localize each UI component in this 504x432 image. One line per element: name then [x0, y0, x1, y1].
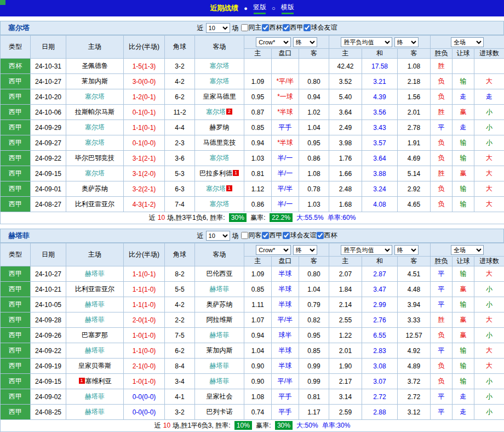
- team-link[interactable]: 巴伦西亚: [207, 270, 233, 277]
- scope-select[interactable]: 全场: [451, 37, 484, 47]
- radio-horizontal[interactable]: 横版: [281, 3, 294, 14]
- team-link[interactable]: 阿拉维斯: [207, 316, 233, 323]
- goals-result-cell: [474, 59, 504, 74]
- home-team-cell: 莱加内斯: [66, 74, 124, 89]
- team-link[interactable]: 赫塔菲: [85, 300, 105, 308]
- avg-final-select[interactable]: 终: [394, 245, 419, 255]
- team-link[interactable]: 塞尔塔: [210, 62, 230, 70]
- team-link[interactable]: 皇家马德里: [203, 93, 236, 100]
- team-link[interactable]: 塞尔塔: [85, 123, 105, 131]
- avg-away-cell: 3.72: [398, 374, 431, 389]
- team-title[interactable]: 赫塔菲: [8, 231, 30, 241]
- goals-result-cell: 小: [474, 297, 504, 312]
- radio-unselected-icon[interactable]: ○: [272, 5, 276, 12]
- date-cell: 24-10-21: [31, 282, 66, 297]
- near-count-select[interactable]: 10: [206, 23, 230, 33]
- matches-table: 类型 日期 主场 比分(半场) 角球 客场 Crow* 终 胜平负均值 终 全场: [0, 243, 504, 432]
- team-link[interactable]: 塞维利亚: [85, 377, 112, 385]
- filter-checkbox[interactable]: 西杯: [317, 231, 337, 240]
- home-odds-cell: 1.03: [244, 151, 272, 166]
- team-link[interactable]: 皇家社会: [207, 393, 233, 400]
- team-link[interactable]: 赫塔菲: [85, 270, 105, 277]
- away-team-cell: 塞尔塔: [195, 151, 244, 166]
- team-link[interactable]: 塞尔塔: [85, 139, 105, 146]
- avg-select[interactable]: 胜平负均值: [341, 245, 392, 255]
- team-link[interactable]: 巴列卡诺: [207, 408, 233, 416]
- col-avg-draw: 和: [362, 49, 398, 59]
- match-row: 西甲24-09-19皇家贝蒂斯2-1(0-0)8-4赫塔菲0.90半球0.991…: [1, 359, 504, 374]
- team-link[interactable]: 塞尔塔: [210, 154, 230, 162]
- date-cell: 24-09-28: [31, 312, 66, 328]
- avg-final-select[interactable]: 终: [394, 37, 419, 47]
- col-home: 主场: [66, 243, 124, 266]
- team-link[interactable]: 圣佩德鲁: [82, 62, 108, 70]
- odds-final-select[interactable]: 终: [293, 245, 317, 255]
- checkbox-input[interactable]: [317, 232, 324, 239]
- col-corner: 角球: [165, 36, 195, 59]
- team-link[interactable]: 拉斯帕尔马斯: [75, 108, 114, 116]
- team-link[interactable]: 奥萨苏纳: [82, 185, 108, 192]
- checkbox-input[interactable]: [241, 24, 248, 31]
- filter-checkbox[interactable]: 西杯: [262, 23, 283, 32]
- avg-away-cell: 3.12: [398, 405, 431, 420]
- team-link[interactable]: 赫塔菲: [85, 346, 105, 354]
- team-link[interactable]: 比利亚雷亚尔: [75, 200, 114, 208]
- col-away: 客场: [195, 243, 244, 266]
- away-odds-cell: 0.79: [299, 297, 329, 312]
- section-header: 塞尔塔 近 10 场 同主西杯西甲球会友谊: [0, 21, 504, 35]
- team-link[interactable]: 塞尔塔: [206, 185, 226, 192]
- team-link[interactable]: 马德里竞技: [203, 139, 236, 146]
- filter-checkbox[interactable]: 西甲: [262, 231, 283, 240]
- team-link[interactable]: 赫塔菲: [210, 362, 230, 370]
- odds-company-select[interactable]: Crow*: [256, 37, 291, 47]
- filter-checkbox[interactable]: 球会友谊: [283, 231, 317, 240]
- avg-select[interactable]: 胜平负均值: [341, 37, 392, 47]
- team-link[interactable]: 赫塔菲: [210, 285, 230, 293]
- team-link[interactable]: 比利亚雷亚尔: [75, 285, 114, 293]
- team-link[interactable]: 塞尔塔: [206, 108, 226, 116]
- team-link[interactable]: 赫塔菲: [85, 316, 105, 323]
- team-link[interactable]: 赫塔菲: [210, 377, 230, 385]
- odds-company-select[interactable]: Crow*: [256, 245, 291, 255]
- team-link[interactable]: 塞尔塔: [85, 169, 105, 177]
- team-link[interactable]: 赫塔菲: [85, 393, 105, 400]
- checkbox-input[interactable]: [283, 232, 290, 239]
- team-link[interactable]: 莱加内斯: [207, 346, 233, 354]
- team-link[interactable]: 赫塔菲: [85, 408, 105, 416]
- team-link[interactable]: 塞尔塔: [210, 200, 230, 208]
- odds-final-select[interactable]: 终: [293, 37, 317, 47]
- team-link[interactable]: 莱加内斯: [82, 77, 108, 85]
- home-team-cell: 赫塔菲: [66, 405, 124, 420]
- team-link[interactable]: 皇家贝蒂斯: [78, 362, 111, 370]
- filter-checkbox[interactable]: 同客: [241, 231, 262, 240]
- checkbox-input[interactable]: [262, 232, 269, 239]
- checkbox-input[interactable]: [283, 24, 290, 31]
- filter-checkbox[interactable]: 西甲: [283, 23, 303, 32]
- radio-vertical[interactable]: 竖版: [253, 3, 266, 14]
- team-link[interactable]: 奥萨苏纳: [207, 300, 233, 308]
- team-link[interactable]: 巴拉多利德: [199, 169, 232, 177]
- filter-checkbox[interactable]: 球会友谊: [303, 23, 337, 32]
- radio-selected-icon[interactable]: ●: [244, 5, 248, 12]
- date-cell: 24-10-05: [31, 297, 66, 312]
- league-type-cell: 西甲: [1, 359, 31, 374]
- team-link[interactable]: 毕尔巴鄂竞技: [75, 154, 114, 162]
- filter-checkbox[interactable]: 同主: [241, 23, 262, 32]
- col-date: 日期: [31, 36, 66, 59]
- checkbox-input[interactable]: [241, 232, 248, 239]
- col-result: 胜负: [431, 257, 453, 266]
- unit-label: 场: [232, 231, 239, 241]
- team-link[interactable]: 赫罗纳: [210, 123, 230, 131]
- away-odds-cell: [299, 59, 329, 74]
- checkbox-input[interactable]: [303, 24, 311, 31]
- handicap-result-cell: 输: [453, 181, 474, 197]
- team-link[interactable]: 赫塔菲: [210, 331, 230, 339]
- team-title[interactable]: 塞尔塔: [8, 23, 30, 33]
- near-count-select[interactable]: 10: [206, 231, 230, 241]
- team-link[interactable]: 塞尔塔: [85, 93, 105, 100]
- team-link[interactable]: 塞尔塔: [210, 77, 230, 85]
- checkbox-input[interactable]: [262, 24, 269, 31]
- corner-cell: 3-2: [165, 405, 195, 420]
- scope-select[interactable]: 全场: [451, 245, 484, 255]
- team-link[interactable]: 巴塞罗那: [82, 331, 108, 339]
